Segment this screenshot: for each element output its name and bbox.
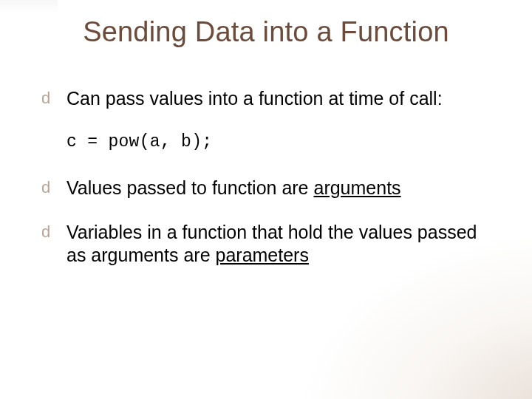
bullet-text-underline: parameters	[216, 245, 309, 265]
bullet-icon: d	[41, 90, 50, 106]
code-line: c = pow(a, b);	[41, 132, 497, 151]
slide-title: Sending Data into a Function	[0, 16, 532, 48]
bullet-item: d Can pass values into a function at tim…	[41, 87, 497, 110]
corner-shadow	[0, 0, 58, 13]
bullet-item: d Variables in a function that hold the …	[41, 221, 497, 266]
bullet-item: d Values passed to function are argument…	[41, 177, 497, 200]
slide: Sending Data into a Function d Can pass …	[0, 0, 532, 399]
slide-body: d Can pass values into a function at tim…	[41, 87, 497, 288]
bullet-text: Can pass values into a function at time …	[66, 88, 443, 109]
bullet-text-underline: arguments	[313, 177, 400, 198]
bullet-text-pre: Values passed to function are	[66, 177, 313, 198]
bullet-icon: d	[41, 224, 50, 240]
bullet-icon: d	[41, 180, 50, 196]
